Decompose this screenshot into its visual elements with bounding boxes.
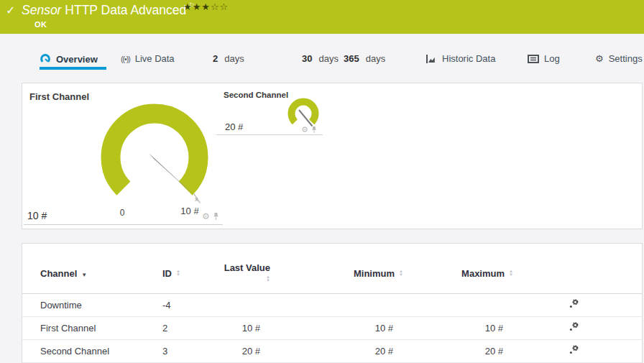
tab-label: days [224,53,244,64]
tab-log[interactable]: Log [528,53,560,64]
channel-actions-cell [513,317,643,340]
tab-label: Settings [609,53,643,64]
channel-last-value: 20 # [218,340,270,363]
channel-actions-cell [513,340,643,363]
second-channel-cell-divider [216,134,323,135]
needle-tip-marker: x [195,196,198,203]
channel-minimum: 20 # [270,340,403,363]
channel-name: First Channel [22,317,162,340]
channel-maximum: 10 # [403,317,513,340]
gear-icon: ⚙ [595,53,604,64]
tab-label: Historic Data [442,53,495,64]
pin-icon[interactable] [311,126,317,134]
channel-name: Downtime [22,294,162,317]
channel-last-value [218,294,270,317]
channel-actions-cell [513,294,643,317]
first-channel-cell-actions: ⚙ [202,212,219,221]
tab-number: 2 [213,53,218,64]
column-label: Channel [40,268,77,279]
column-header-last-value[interactable]: Last Value▲▼ [218,244,270,294]
status-ok-check-icon: ✓ [6,4,15,17]
channel-gear-icon[interactable]: ⚙ [301,126,308,134]
tab-label: Live Data [135,53,175,64]
sort-desc-icon: ▼ [81,272,87,278]
column-header-maximum[interactable]: Maximum▲▼ [403,244,513,294]
live-data-icon: ((•)) [121,55,130,63]
channel-id: -4 [162,294,218,317]
tab-number: 365 [344,53,359,64]
sensor-status-header: ✓ Sensor HTTP Data Advanced⚐ ★★★☆☆ OK [0,0,644,34]
gauge-icon [40,53,51,65]
sort-icon: ▲▼ [266,275,270,282]
second-channel-cell-actions: ⚙ [301,126,317,134]
tab-label: days [366,53,385,64]
channel-id: 2 [162,317,218,340]
active-tab-underline [40,67,106,70]
second-channel-current-value: 20 # [225,121,243,132]
stars-filled: ★★★ [183,1,211,12]
sensor-title-name: HTTP Data Advanced [65,3,186,17]
tab-2-days[interactable]: 2days [213,53,244,64]
first-channel-current-value: 10 # [27,210,47,221]
channel-settings-gears-icon[interactable] [569,344,579,357]
first-channel-cell-divider [24,224,223,225]
first-channel-gauge-title: First Channel [29,91,89,102]
channel-maximum: 20 # [403,340,513,363]
channel-last-value: 10 # [218,317,270,340]
overview-gauges-panel: First Channel x 0 10 # 10 # ⚙ Second Cha… [22,83,643,229]
column-label: Maximum [461,268,505,279]
tab-365-days[interactable]: 365days [344,53,385,64]
channel-id: 3 [162,340,218,363]
sort-icon: ▲▼ [509,270,513,277]
sort-icon: ▲▼ [399,270,403,277]
table-header-row: Channel▼ ID▲▼ Last Value▲▼ Minimum▲▼ Max… [22,244,643,294]
second-gauge-arc [292,102,316,122]
column-header-actions [513,244,643,294]
channel-settings-gears-icon[interactable] [569,321,579,334]
tab-label: Log [544,53,560,64]
tab-number: 30 [302,53,312,64]
second-channel-gauge-title: Second Channel [224,91,288,99]
log-icon [528,55,539,63]
table-row: Downtime -4 [22,294,643,317]
tab-historic-data[interactable]: Historic Data [426,53,495,64]
channel-settings-gears-icon[interactable] [569,298,579,311]
tab-settings[interactable]: ⚙ Settings [595,53,643,64]
gauge-needle [149,153,197,198]
column-label: Minimum [354,268,395,279]
first-channel-gauge [22,83,642,229]
column-header-id[interactable]: ID▲▼ [162,244,218,294]
channel-gear-icon[interactable]: ⚙ [202,212,210,221]
priority-stars[interactable]: ★★★☆☆ [183,1,229,12]
channel-maximum [403,294,513,317]
tab-bar: Overview ((•)) Live Data 2days 30days 36… [0,34,644,79]
table-row: Second Channel 3 20 # 20 # 20 # [22,340,643,363]
sensor-page: ✓ Sensor HTTP Data Advanced⚐ ★★★☆☆ OK Ov… [0,0,644,363]
stars-empty: ☆☆ [211,1,229,12]
tab-live-data[interactable]: ((•)) Live Data [121,53,175,64]
channel-table: Channel▼ ID▲▼ Last Value▲▼ Minimum▲▼ Max… [22,244,643,363]
sensor-title-prefix: Sensor [22,3,61,17]
channel-table-panel: Channel▼ ID▲▼ Last Value▲▼ Minimum▲▼ Max… [22,243,643,363]
second-gauge-needle [299,110,313,127]
column-label: Last Value [224,262,270,273]
sensor-title: Sensor HTTP Data Advanced⚐ [22,3,195,18]
historic-chart-icon [426,54,437,64]
column-header-minimum[interactable]: Minimum▲▼ [270,244,403,294]
status-badge: OK [34,20,47,29]
tab-label: Overview [56,54,98,65]
tab-30-days[interactable]: 30days [302,53,339,64]
gauge-scale-min-label: 0 [114,208,131,218]
gauge-scale-max-label: 10 # [174,206,206,216]
tab-overview[interactable]: Overview [40,53,98,65]
tab-label: days [318,53,338,64]
channel-minimum [270,294,403,317]
channel-minimum: 10 # [270,317,403,340]
gauge-arc [111,114,198,188]
channel-name: Second Channel [22,340,162,363]
table-row: First Channel 2 10 # 10 # 10 # [22,317,643,340]
sort-icon: ▲▼ [176,270,180,277]
column-header-channel[interactable]: Channel▼ [22,244,162,294]
pin-icon[interactable] [213,212,219,221]
column-label: ID [162,268,172,279]
